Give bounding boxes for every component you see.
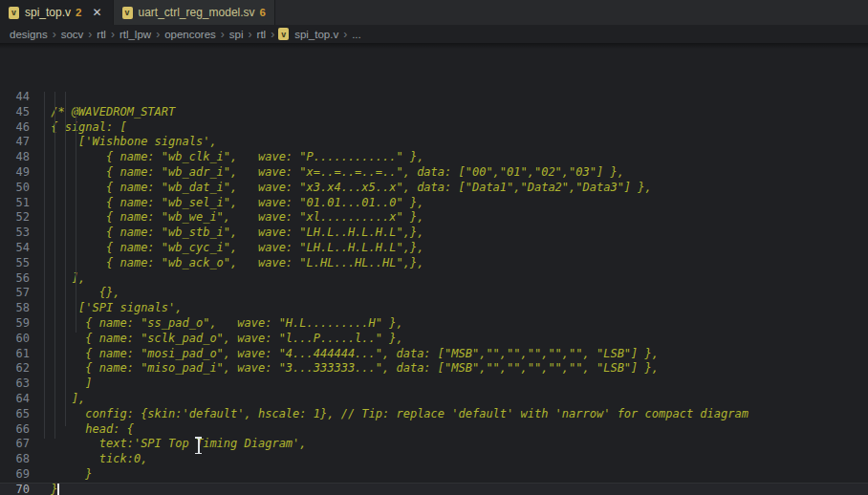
- breadcrumb-item-spi[interactable]: spi: [229, 29, 244, 40]
- vscode-window: v spi_top.v 2 ✕ v uart_ctrl_reg_model.sv…: [0, 0, 868, 495]
- line-number[interactable]: 54: [0, 241, 30, 256]
- code-line[interactable]: 66 head: {: [0, 422, 868, 438]
- code-line[interactable]: 69 }: [0, 467, 868, 483]
- breadcrumb-item-opencores[interactable]: opencores: [164, 29, 216, 40]
- breadcrumb-item-file[interactable]: spi_top.v: [294, 29, 338, 40]
- tab-spi-top[interactable]: v spi_top.v 2 ✕: [0, 0, 114, 25]
- line-number[interactable]: 64: [0, 392, 30, 407]
- code-text: { signal: [: [44, 120, 127, 136]
- breadcrumb-item-socv[interactable]: socv: [61, 29, 84, 40]
- line-number[interactable]: 62: [0, 361, 30, 377]
- code-line[interactable]: 51 { name: "wb_sel_i", wave: "01.01...01…: [0, 196, 868, 211]
- code-line[interactable]: 50 { name: "wb_dat_i", wave: "x3.x4...x5…: [0, 181, 868, 196]
- code-text: }: [44, 483, 59, 495]
- line-number[interactable]: 66: [0, 422, 30, 438]
- code-text: tick:0,: [44, 452, 147, 467]
- code-line[interactable]: 61 { name: "mosi_pad_o", wave: "4...4444…: [0, 347, 868, 362]
- line-number[interactable]: 68: [0, 452, 30, 467]
- indent-guide: [44, 92, 45, 439]
- code-line[interactable]: 49 { name: "wb_adr_i", wave: "x=..=..=..…: [0, 165, 868, 181]
- line-number[interactable]: 63: [0, 377, 30, 392]
- code-line[interactable]: 52 { name: "wb_we_i", wave: "xl.........…: [0, 210, 868, 226]
- tab-label: spi_top.v: [25, 6, 71, 19]
- code-line[interactable]: 64 ],: [0, 392, 868, 407]
- line-number[interactable]: 60: [0, 332, 30, 347]
- text-caret: [57, 484, 59, 495]
- verilog-file-icon: v: [278, 28, 289, 40]
- code-line[interactable]: 63 ]: [0, 377, 868, 392]
- code-text: { name: "wb_dat_i", wave: "x3.x4...x5..x…: [44, 181, 652, 196]
- chevron-right-icon: ›: [221, 28, 225, 41]
- breadcrumb-item-rtl[interactable]: rtl: [97, 29, 106, 40]
- code-text: text:'SPI Top Timing Diagram',: [44, 437, 307, 452]
- code-text: { name: "miso_pad_i", wave: "3...333333.…: [44, 361, 659, 377]
- line-number[interactable]: 67: [0, 437, 30, 452]
- tab-problems-badge: 6: [260, 7, 266, 18]
- code-editor[interactable]: 4445 /* @WAVEDROM_START46 { signal: [47 …: [0, 43, 868, 495]
- code-text: ]: [44, 377, 93, 392]
- code-text: { name: "wb_adr_i", wave: "x=..=..=..=..…: [44, 165, 624, 181]
- line-number[interactable]: 58: [0, 301, 30, 316]
- verilog-file-icon: v: [9, 7, 19, 19]
- code-line[interactable]: 58 ['SPI signals',: [0, 301, 868, 316]
- chevron-right-icon: ›: [53, 28, 56, 41]
- line-number[interactable]: 49: [0, 165, 30, 181]
- code-line[interactable]: 48 { name: "wb_clk_i", wave: "P.........…: [0, 150, 868, 165]
- code-line[interactable]: 60 { name: "sclk_pad_o", wave: "l...P...…: [0, 332, 868, 347]
- code-line[interactable]: 44: [0, 90, 868, 105]
- code-text: head: {: [44, 422, 134, 438]
- breadcrumb-item-rtl_lpw[interactable]: rtl_lpw: [119, 29, 151, 40]
- line-number[interactable]: 57: [0, 286, 30, 301]
- code-text: { name: "wb_sel_i", wave: "01.01...01..0…: [44, 196, 423, 211]
- breadcrumb-item-rtl[interactable]: rtl: [257, 29, 267, 40]
- code-line[interactable]: 55 { name: "wb_ack_o", wave: "L.HL...HL.…: [0, 256, 868, 271]
- line-number[interactable]: 47: [0, 135, 30, 150]
- systemverilog-file-icon: v: [122, 7, 133, 19]
- code-text: { name: "wb_clk_i", wave: "P............…: [44, 150, 423, 165]
- tab-problems-badge: 2: [76, 7, 81, 18]
- chevron-right-icon: ›: [88, 28, 92, 41]
- code-text: { name: "wb_stb_i", wave: "LH.L..H.L.H.L…: [44, 226, 423, 241]
- line-number[interactable]: 61: [0, 347, 30, 362]
- line-number[interactable]: 52: [0, 210, 30, 226]
- line-number[interactable]: 53: [0, 226, 30, 241]
- code-line[interactable]: 47 ['Wishbone signals',: [0, 135, 868, 150]
- tab-bar: v spi_top.v 2 ✕ v uart_ctrl_reg_model.sv…: [0, 0, 868, 26]
- code-line[interactable]: 62 { name: "miso_pad_i", wave: "3...3333…: [0, 361, 868, 377]
- code-line[interactable]: 53 { name: "wb_stb_i", wave: "LH.L..H.L.…: [0, 226, 868, 241]
- line-number[interactable]: 65: [0, 407, 30, 422]
- indent-guide: [65, 92, 66, 426]
- close-icon[interactable]: ✕: [90, 6, 103, 19]
- line-number[interactable]: 55: [0, 256, 30, 271]
- breadcrumb-item-more[interactable]: ...: [352, 29, 361, 40]
- indent-guide: [54, 92, 55, 439]
- code-line[interactable]: 70 }: [0, 483, 868, 495]
- tab-uart-ctrl-reg-model[interactable]: v uart_ctrl_reg_model.sv 6: [114, 0, 275, 25]
- code-line[interactable]: 57 {},: [0, 286, 868, 301]
- line-number[interactable]: 51: [0, 196, 30, 211]
- chevron-right-icon: ›: [343, 28, 347, 41]
- breadcrumb-item-designs[interactable]: designs: [10, 29, 48, 40]
- code-line[interactable]: 65 config: {skin:'default', hscale: 1}, …: [0, 407, 868, 422]
- code-line[interactable]: 54 { name: "wb_cyc_i", wave: "LH.L..H.L.…: [0, 241, 868, 256]
- line-number[interactable]: 59: [0, 316, 30, 332]
- line-number[interactable]: 70: [0, 483, 30, 495]
- code-line[interactable]: 46 { signal: [: [0, 120, 868, 136]
- line-number[interactable]: 45: [0, 105, 30, 120]
- line-number[interactable]: 50: [0, 181, 30, 196]
- line-number[interactable]: 48: [0, 150, 30, 165]
- line-number[interactable]: 46: [0, 120, 30, 136]
- code-line[interactable]: 68 tick:0,: [0, 452, 868, 467]
- code-line[interactable]: 56 ],: [0, 271, 868, 287]
- line-number[interactable]: 69: [0, 467, 30, 483]
- code-line[interactable]: 67 text:'SPI Top Timing Diagram',: [0, 437, 868, 452]
- code-text: { name: "sclk_pad_o", wave: "l...P.....l…: [44, 332, 403, 347]
- line-number[interactable]: 56: [0, 271, 30, 287]
- code-line[interactable]: 59 { name: "ss_pad_o", wave: "H.L.......…: [0, 316, 868, 332]
- code-line[interactable]: 45 /* @WAVEDROM_START: [0, 105, 868, 120]
- chevron-right-icon: ›: [249, 28, 252, 41]
- line-number[interactable]: 44: [0, 90, 30, 105]
- indent-guide: [76, 107, 76, 333]
- code-text: { name: "mosi_pad_o", wave: "4...444444.…: [44, 347, 659, 362]
- chevron-right-icon: ›: [111, 28, 115, 41]
